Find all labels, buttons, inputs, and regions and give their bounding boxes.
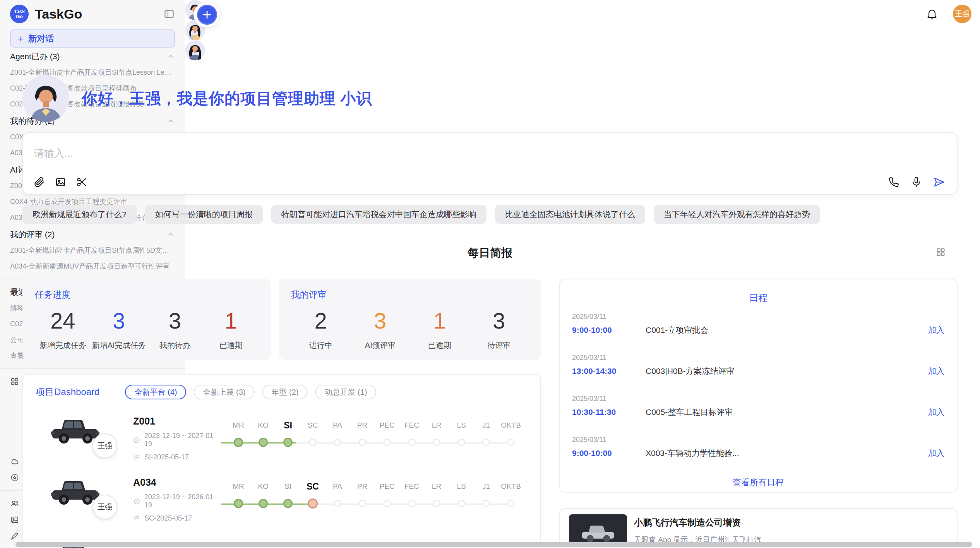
project-date-range: 2023-12-19 ~ 2026-01-19	[133, 493, 222, 509]
image-upload-icon[interactable]	[55, 176, 67, 188]
join-button[interactable]: 加入	[928, 325, 944, 336]
schedule-item: 2025/03/11 13:00-14:30 C003|H0B-方案冻结评审 加…	[572, 345, 944, 386]
milestone-label: LS	[457, 481, 466, 492]
microphone-icon[interactable]	[910, 176, 922, 188]
milestone-label-current: SC	[307, 481, 319, 492]
topbar	[185, 0, 980, 35]
flag-text: SI-2025-05-17	[144, 453, 189, 461]
my-review-card: 我的评审 2 进行中 3 AI预评审	[279, 279, 541, 360]
stat-value: 3	[469, 303, 529, 339]
view-all-schedule-link[interactable]: 查看所有日程	[572, 477, 944, 488]
tab-model-year[interactable]: 年型 (2)	[262, 385, 308, 399]
milestone-track: MR KO SI SC PA PR PEC FEC LR LS J1	[226, 412, 512, 462]
left-column: 任务进度 24 新增完成任务 3 新增AI完成任务	[22, 279, 541, 548]
pen-icon	[10, 531, 19, 541]
join-button[interactable]: 加入	[928, 366, 944, 377]
stat-value: 1	[410, 303, 469, 339]
project-code[interactable]: A034	[133, 477, 222, 488]
milestone-label: PR	[357, 420, 367, 431]
milestone-label: J1	[482, 481, 490, 492]
milestone-label: OKTB	[501, 420, 521, 431]
milestone-node	[358, 438, 366, 446]
milestone-label: KO	[258, 420, 268, 431]
stat-my-todo: 3 我的待办	[147, 303, 203, 351]
project-owner-badge: 王强	[93, 495, 117, 519]
milestone-label: MR	[233, 420, 244, 431]
milestone-node	[507, 500, 515, 507]
news-thumbnail	[569, 514, 627, 545]
send-icon[interactable]	[933, 176, 945, 188]
stat-label: 新增AI完成任务	[91, 340, 147, 351]
greeting-text: 你好，王强，我是你的项目管理助理 小识	[82, 88, 372, 109]
star-badge-icon	[10, 473, 19, 482]
suggestion-chip[interactable]: 特朗普可能对进口汽车增税会对中国车企造成哪些影响	[271, 205, 487, 224]
composer-left-tools	[33, 176, 88, 188]
dashboard-title: 项目Dashboard	[36, 386, 99, 398]
milestone-node	[383, 500, 391, 507]
stat-value: 24	[35, 303, 91, 339]
milestone-label: LR	[432, 420, 441, 431]
milestone-label: LS	[457, 420, 466, 431]
milestone-node	[507, 438, 515, 446]
schedule-date: 2025/03/11	[572, 354, 944, 362]
milestone-label: KO	[258, 481, 268, 492]
milestone-node	[433, 500, 440, 507]
project-date-range: 2023-12-19 ~ 2027-01-19	[133, 432, 222, 448]
flag-icon	[133, 515, 140, 522]
milestone-node	[482, 500, 490, 507]
project-flag-milestone: SC-2025-05-17	[133, 514, 222, 522]
suggestion-chips: 欧洲新规最近颁布了什么? 如何写一份清晰的项目周报 特朗普可能对进口汽车增税会对…	[22, 205, 958, 224]
suggestion-chip[interactable]: 当下年轻人对汽车外观有怎样的喜好趋势	[654, 205, 820, 224]
milestone-label: LR	[432, 481, 441, 492]
stat-new-done: 24 新增完成任务	[35, 303, 91, 351]
milestone-node	[408, 500, 416, 507]
schedule-date: 2025/03/11	[572, 395, 944, 403]
dashboard-tabs: 全新平台 (4) 全新上装 (3) 年型 (2) 动总开发 (1)	[125, 385, 376, 399]
stat-ai-prereview: 3 AI预评审	[351, 303, 410, 351]
milestone-node	[334, 438, 341, 446]
stat-review-overdue: 1 已逾期	[410, 303, 469, 351]
news-title: 小鹏飞行汽车制造公司增资	[634, 517, 761, 529]
milestone-node	[433, 438, 440, 446]
chat-composer: 请输入...	[22, 132, 958, 195]
milestone-label: PA	[333, 420, 342, 431]
schedule-title: 日程	[572, 292, 944, 304]
project-info: A034 2023-12-19 ~ 2026-01-19 SC-2025-05-…	[133, 477, 222, 522]
date-range-text: 2023-12-19 ~ 2026-01-19	[144, 493, 222, 509]
project-code[interactable]: Z001	[133, 416, 222, 427]
daily-brief-header: 每日简报	[22, 245, 958, 259]
schedule-event-title: C003|H0B-方案冻结评审	[646, 366, 928, 377]
tab-powertrain[interactable]: 动总开发 (1)	[315, 385, 376, 399]
milestone-node-done	[259, 499, 268, 508]
layout-grid-icon[interactable]	[935, 247, 946, 257]
apps-grid-icon	[10, 377, 19, 386]
join-button[interactable]: 加入	[928, 448, 944, 459]
schedule-time: 9:00-10:00	[572, 325, 636, 335]
card-title: 我的评审	[291, 289, 529, 301]
stat-label: 新增完成任务	[35, 340, 91, 351]
suggestion-chip[interactable]: 如何写一份清晰的项目周报	[145, 205, 263, 224]
milestone-node	[482, 438, 490, 446]
composer-right-tools	[887, 176, 945, 188]
milestone-label: PEC	[379, 481, 394, 492]
add-assistant-button[interactable]	[197, 5, 217, 25]
schedule-date: 2025/03/11	[572, 436, 944, 444]
milestone-node-overdue	[308, 498, 318, 509]
stat-pending-review: 3 待评审	[469, 303, 529, 351]
assistant-avatar-3[interactable]	[185, 40, 205, 60]
milestone-label: FEC	[404, 420, 419, 431]
screenshot-scissors-icon[interactable]	[76, 176, 88, 188]
cloud-icon	[10, 457, 19, 466]
horizontal-scrollbar[interactable]	[15, 542, 972, 547]
tab-new-body[interactable]: 全新上装 (3)	[194, 385, 255, 399]
attachment-icon[interactable]	[33, 176, 45, 188]
join-button[interactable]: 加入	[928, 407, 944, 418]
suggestion-chip[interactable]: 欧洲新规最近颁布了什么?	[22, 205, 137, 224]
phone-call-icon[interactable]	[887, 176, 899, 188]
suggestion-chip[interactable]: 比亚迪全固态电池计划具体说了什么	[495, 205, 645, 224]
schedule-event-title: X003-车辆动力学性能验...	[646, 448, 928, 459]
tab-new-platform[interactable]: 全新平台 (4)	[125, 385, 186, 399]
chat-input[interactable]: 请输入...	[34, 147, 946, 160]
hero-section: 你好，王强，我是你的项目管理助理 小识	[22, 75, 958, 122]
stat-label: 我的待办	[147, 340, 203, 351]
